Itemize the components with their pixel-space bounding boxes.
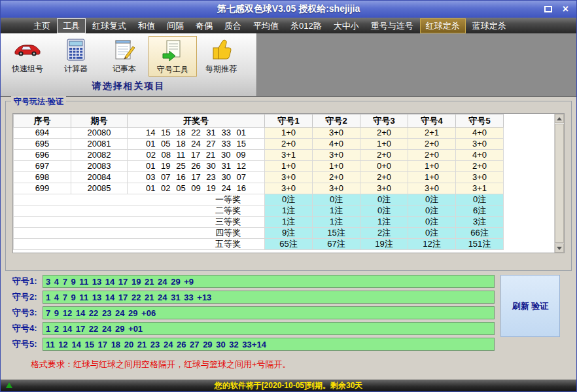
table-row[interactable]: 694 20080 14 15 18 22 31 33 01 1+0 3+0 2… bbox=[14, 128, 504, 139]
format-hint: 格式要求：红球与红球之间用空格隔开，红球与篮球之间用+号隔开。 bbox=[31, 359, 291, 370]
thumbs-up-icon bbox=[209, 37, 233, 62]
app-window: 第七感双色球V3.05 授权给:shejijia × 主页 工具 红球复式 和值… bbox=[0, 0, 577, 392]
title-bar[interactable]: 第七感双色球V3.05 授权给:shejijia × bbox=[1, 1, 576, 18]
col-header-keep3: 守号3 bbox=[360, 115, 408, 128]
menu-item-home[interactable]: 主页 bbox=[28, 19, 56, 33]
close-icon[interactable]: × bbox=[563, 4, 568, 14]
prize-row: 一等奖 0注 0注 0注 0注 0注 bbox=[14, 194, 504, 205]
toolbar-hint: 请选择相关项目 bbox=[1, 77, 256, 92]
keep-number-row-3: 守号3: bbox=[12, 306, 495, 319]
keep-number-input-4[interactable] bbox=[43, 322, 495, 335]
table-header-row: 序号 期号 开奖号 守号1 守号2 守号3 守号4 守号5 bbox=[14, 115, 504, 128]
maximize-icon[interactable] bbox=[544, 6, 552, 12]
status-icon bbox=[6, 382, 12, 388]
calculator-icon bbox=[67, 37, 85, 62]
keep-number-row-5: 守号5: bbox=[12, 338, 495, 351]
menu-item-repeat-consecutive[interactable]: 重号与连号 bbox=[366, 19, 419, 33]
calculator-label: 计算器 bbox=[64, 63, 88, 75]
toolbar-filler bbox=[257, 33, 576, 96]
menu-item-tools[interactable]: 工具 bbox=[57, 18, 86, 33]
notepad-button[interactable]: 记事本 bbox=[100, 36, 149, 77]
col-header-keep4: 守号4 bbox=[408, 115, 456, 128]
keep-number-inputs: 守号1: 守号2: 守号3: 守号4: 守号5: bbox=[12, 275, 560, 351]
menu-item-blue-kill[interactable]: 蓝球定杀 bbox=[467, 19, 512, 33]
prize-row: 四等奖 9注 15注 2注 0注 66注 bbox=[14, 228, 504, 239]
menu-item-interval[interactable]: 间隔 bbox=[162, 19, 189, 33]
notepad-label: 记事本 bbox=[113, 63, 136, 75]
menu-bar: 主页 工具 红球复式 和值 间隔 奇偶 质合 平均值 杀012路 大中小 重号与… bbox=[1, 18, 576, 33]
keep-number-input-1[interactable] bbox=[43, 275, 495, 288]
table-row[interactable]: 697 20083 01 19 25 26 30 31 12 1+0 1+0 0… bbox=[14, 161, 504, 172]
recommend-button[interactable]: 每期推荐 bbox=[197, 36, 245, 77]
results-table-wrap: 序号 期号 开奖号 守号1 守号2 守号3 守号4 守号5 694 bbox=[12, 113, 565, 253]
scroll-up-button[interactable] bbox=[555, 114, 564, 123]
status-text: 您的软件将于[2020-10-05]到期。剩余30天 bbox=[215, 380, 363, 391]
keep-number-tool-icon bbox=[162, 38, 184, 63]
keep-number-label-5: 守号5: bbox=[12, 338, 43, 350]
col-header-numbers: 开奖号 bbox=[128, 115, 265, 128]
col-header-keep2: 守号2 bbox=[313, 115, 360, 128]
menu-item-sum[interactable]: 和值 bbox=[133, 19, 160, 33]
scroll-up-icon bbox=[557, 117, 562, 120]
prize-row: 五等奖 65注 67注 19注 12注 151注 bbox=[14, 239, 504, 250]
col-header-keep5: 守号5 bbox=[456, 115, 504, 128]
keep-number-input-3[interactable] bbox=[43, 306, 495, 319]
col-header-keep1: 守号1 bbox=[265, 115, 313, 128]
keep-number-label-1: 守号1: bbox=[12, 276, 43, 287]
recommend-label: 每期推荐 bbox=[205, 63, 237, 75]
notepad-icon bbox=[113, 37, 135, 62]
table-row[interactable]: 699 20085 01 02 05 09 19 24 16 3+0 3+0 3… bbox=[14, 183, 504, 194]
menu-item-average[interactable]: 平均值 bbox=[248, 19, 284, 33]
menu-item-kill-012[interactable]: 杀012路 bbox=[285, 19, 327, 33]
menu-item-odd-even[interactable]: 奇偶 bbox=[190, 19, 218, 33]
table-row[interactable]: 696 20082 02 08 11 17 21 30 09 3+1 3+0 2… bbox=[14, 150, 504, 161]
keep-number-label-3: 守号3: bbox=[12, 307, 43, 319]
table-row[interactable]: 698 20084 03 07 16 17 23 30 07 3+0 2+0 2… bbox=[14, 172, 504, 183]
table-row[interactable]: 695 20081 01 05 18 24 27 33 15 2+0 4+0 1… bbox=[14, 139, 504, 150]
calculator-button[interactable]: 计算器 bbox=[52, 36, 100, 77]
vertical-scrollbar[interactable] bbox=[554, 114, 564, 253]
menu-item-size[interactable]: 大中小 bbox=[328, 19, 364, 33]
keep-number-input-5[interactable] bbox=[43, 338, 495, 351]
scroll-down-icon bbox=[557, 247, 562, 250]
col-header-seq: 序号 bbox=[14, 115, 71, 128]
quick-pick-label: 快速组号 bbox=[12, 63, 43, 75]
keep-number-row-4: 守号4: bbox=[12, 322, 495, 335]
col-header-issue: 期号 bbox=[71, 115, 128, 128]
keep-number-row-2: 守号2: bbox=[12, 291, 495, 304]
menu-item-prime-composite[interactable]: 质合 bbox=[219, 19, 247, 33]
toolbar: 快速组号 bbox=[1, 33, 257, 96]
keep-number-tool-button[interactable]: 守号工具 bbox=[149, 36, 197, 77]
keep-number-label-2: 守号2: bbox=[12, 291, 43, 303]
prize-row: 二等奖 1注 1注 0注 0注 6注 bbox=[14, 205, 504, 217]
window-title: 第七感双色球V3.05 授权给:shejijia bbox=[1, 3, 576, 15]
quick-pick-button[interactable]: 快速组号 bbox=[3, 36, 52, 77]
groupbox-title: 守号玩法-验证 bbox=[11, 96, 66, 107]
menu-item-red-multiple[interactable]: 红球复式 bbox=[87, 19, 131, 33]
window-controls: × bbox=[544, 4, 576, 14]
keep-number-row-1: 守号1: bbox=[12, 275, 495, 288]
results-table: 序号 期号 开奖号 守号1 守号2 守号3 守号4 守号5 694 bbox=[13, 114, 504, 250]
keep-number-groupbox: 守号玩法-验证 序号 期号 开奖号 守号1 守号2 守号 bbox=[5, 101, 572, 271]
toolbar-buttons: 快速组号 bbox=[1, 33, 256, 77]
prize-row: 三等奖 1注 1注 1注 0注 3注 bbox=[14, 217, 504, 228]
main-panel: 守号玩法-验证 序号 期号 开奖号 守号1 守号2 守号 bbox=[1, 97, 576, 380]
scroll-down-button[interactable] bbox=[555, 243, 564, 253]
menu-item-red-kill[interactable]: 红球定杀 bbox=[420, 18, 466, 33]
status-bar: 您的软件将于[2020-10-05]到期。剩余30天 bbox=[1, 380, 576, 391]
car-icon bbox=[14, 37, 41, 62]
scrollbar-thumb[interactable] bbox=[555, 124, 564, 243]
keep-number-label-4: 守号4: bbox=[12, 323, 43, 334]
keep-number-input-2[interactable] bbox=[43, 291, 495, 304]
toolbar-row: 快速组号 bbox=[1, 33, 576, 97]
refresh-verify-button[interactable]: 刷新 验证 bbox=[500, 275, 560, 337]
keep-number-tool-label: 守号工具 bbox=[157, 64, 188, 75]
